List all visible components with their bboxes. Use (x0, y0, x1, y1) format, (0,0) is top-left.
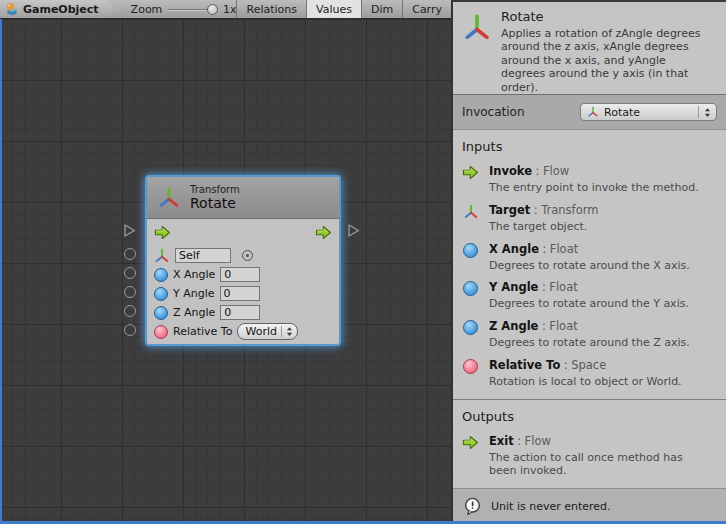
invocation-label: Invocation (462, 105, 580, 119)
warning-bar: Unit is never entered. (453, 488, 726, 524)
relative-to-label: Relative To (173, 325, 232, 338)
float-port-icon (463, 243, 478, 258)
warning-bubble-icon (463, 497, 482, 516)
tab-values[interactable]: Values (306, 0, 361, 18)
self-port-marker[interactable] (124, 248, 136, 260)
graph-toolbar: GameObject Zoom 1x Relations Values Dim … (0, 0, 451, 19)
gameobject-icon (5, 2, 19, 16)
node-title: Rotate (190, 195, 240, 211)
focus-border-left (0, 19, 2, 524)
inspector-panel: Rotate Applies a rotation of zAngle degr… (451, 0, 726, 524)
graph-canvas[interactable]: Transform Rotate X Angle (0, 19, 451, 524)
relative-to-value: World (245, 325, 277, 338)
float-port-icon[interactable] (154, 306, 168, 320)
y-angle-label: Y Angle (173, 287, 215, 300)
outputs-header: Outputs (462, 409, 717, 424)
relative-to-port-marker[interactable] (124, 324, 136, 336)
object-picker-icon[interactable] (242, 250, 253, 261)
enum-port-icon[interactable] (154, 325, 168, 339)
flow-arrow-icon (461, 164, 480, 195)
x-angle-field[interactable] (220, 267, 260, 282)
x-angle-port-marker[interactable] (124, 267, 136, 279)
output-doc-exit: Exit : Flow The action to call once meth… (453, 432, 726, 485)
input-doc-x-angle: X Angle : Float Degrees to rotate around… (453, 240, 726, 279)
transform-axes-icon (154, 248, 170, 264)
tab-dim[interactable]: Dim (361, 0, 402, 18)
float-port-icon (463, 320, 478, 335)
y-angle-field[interactable] (220, 286, 260, 301)
self-field[interactable] (175, 248, 231, 263)
z-angle-port-marker[interactable] (124, 305, 136, 317)
flow-output-port-marker[interactable] (346, 223, 361, 238)
invocation-dropdown[interactable]: Rotate (580, 103, 717, 121)
float-port-icon[interactable] (154, 287, 168, 301)
chevron-updown-icon (286, 326, 293, 337)
zoom-slider[interactable] (168, 4, 218, 15)
enum-port-icon (463, 359, 478, 374)
flow-arrow-icon[interactable] (315, 225, 332, 240)
float-port-icon (463, 281, 478, 296)
node-type-label: Transform (190, 184, 240, 195)
chevron-updown-icon (704, 107, 711, 118)
warning-text: Unit is never entered. (491, 500, 611, 513)
inputs-section: Inputs Invoke : Flow The entry point to … (453, 130, 726, 399)
invocation-value: Rotate (604, 106, 693, 119)
float-port-icon[interactable] (154, 268, 168, 282)
zoom-label: Zoom (131, 3, 163, 16)
relative-to-dropdown[interactable]: World (237, 323, 298, 340)
flow-arrow-icon[interactable] (154, 225, 171, 240)
invocation-row: Invocation Rotate (453, 95, 726, 130)
breadcrumb[interactable]: GameObject (0, 0, 115, 18)
input-doc-y-angle: Y Angle : Float Degrees to rotate around… (453, 278, 726, 317)
transform-axes-icon (157, 186, 181, 210)
input-doc-relative-to: Relative To : Space Rotation is local to… (453, 356, 726, 395)
tab-carry[interactable]: Carry (402, 0, 451, 18)
toolbar-tabs: Relations Values Dim Carry (236, 0, 451, 18)
input-doc-invoke: Invoke : Flow The entry point to invoke … (453, 162, 726, 201)
zoom-slider-knob[interactable] (207, 4, 218, 15)
inspector-title: Rotate (501, 9, 708, 24)
zoom-value: 1x (223, 3, 237, 16)
x-angle-label: X Angle (173, 268, 215, 281)
z-angle-field[interactable] (220, 305, 260, 320)
z-angle-label: Z Angle (173, 306, 215, 319)
breadcrumb-label: GameObject (23, 3, 99, 16)
flow-arrow-icon (461, 434, 480, 479)
rotate-node[interactable]: Transform Rotate X Angle (146, 176, 340, 345)
transform-axes-icon (461, 203, 480, 234)
tab-relations[interactable]: Relations (236, 0, 306, 18)
input-doc-z-angle: Z Angle : Float Degrees to rotate around… (453, 317, 726, 356)
y-angle-port-marker[interactable] (124, 286, 136, 298)
node-header[interactable]: Transform Rotate (147, 177, 339, 219)
node-body: X Angle Y Angle Z Angle Relative To (147, 219, 339, 344)
inspector-description: Applies a rotation of zAngle degrees aro… (501, 27, 708, 94)
unit-description-panel: Rotate Applies a rotation of zAngle degr… (453, 2, 726, 95)
bolt-graph-window: GameObject Zoom 1x Relations Values Dim … (0, 0, 726, 524)
flow-input-port-marker[interactable] (122, 223, 137, 238)
transform-axes-icon (462, 9, 492, 94)
inputs-header: Inputs (462, 139, 717, 154)
outputs-section: Outputs Exit : Flow The action to call o… (453, 399, 726, 489)
transform-axes-icon (587, 106, 599, 118)
input-doc-target: Target : Transform The target object. (453, 201, 726, 240)
